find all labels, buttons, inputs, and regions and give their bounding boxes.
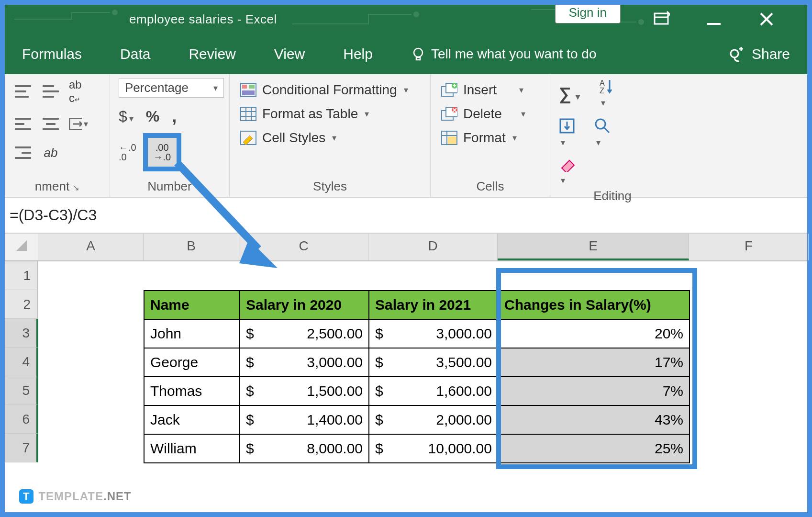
ribbon-display-options-button[interactable] [640,5,683,34]
row-header-1[interactable]: 1 [5,261,38,290]
merge-center-button[interactable]: ▾ [69,114,88,134]
header-changes[interactable]: Changes in Salary(%) [498,291,690,319]
row-header-4[interactable]: 4 [5,348,38,376]
svg-point-0 [112,10,117,15]
cell-styles-label: Cell Styles [262,130,325,146]
header-salary-2021[interactable]: Salary in 2021 [369,291,498,319]
comma-format-button[interactable]: , [172,106,177,126]
minimize-button[interactable] [692,5,735,34]
decrease-decimal-button[interactable]: .00→.0 [143,133,181,171]
share-button[interactable]: Share [729,46,790,62]
sort-filter-button[interactable]: AZ▾ [599,78,615,109]
watermark-logo: T [19,489,33,504]
cell-change-pct[interactable]: 43% [498,405,690,434]
minimize-icon [705,11,723,28]
cell-change-pct[interactable]: 7% [498,377,690,405]
tab-view[interactable]: View [274,46,305,62]
tab-review[interactable]: Review [189,46,235,62]
cell-salary-2020[interactable]: $3,000.00 [240,348,369,377]
row-header-3[interactable]: 3 [5,319,38,348]
align-center-button[interactable] [41,114,60,134]
cell-salary-2021[interactable]: $10,000.00 [369,434,498,463]
alignment-group: abc↵ ▾ ab nment↘ [5,74,110,197]
cell-salary-2021[interactable]: $3,000.00 [369,319,498,348]
clear-button[interactable]: ▾ [559,157,577,187]
salary-table[interactable]: Name Salary in 2020 Salary in 2021 Chang… [144,290,690,463]
format-as-table-icon [239,105,257,123]
tell-me-label: Tell me what you want to do [431,46,597,62]
align-right-button[interactable] [13,143,33,162]
fill-button[interactable]: ▾ [559,118,575,149]
number-format-dropdown[interactable]: Percentage ▾ [119,78,224,98]
eraser-icon [559,157,577,172]
cell-salary-2020[interactable]: $2,500.00 [240,319,369,348]
orientation-button[interactable]: ab [41,143,60,162]
cell-salary-2021[interactable]: $1,600.00 [369,377,498,405]
chevron-down-icon: ▾ [213,83,218,93]
close-button[interactable] [745,5,788,34]
select-all-triangle[interactable] [5,234,38,260]
cell-salary-2020[interactable]: $1,500.00 [240,377,369,405]
tab-data[interactable]: Data [120,46,150,62]
delete-cells-button[interactable]: Delete ▾ [439,102,541,126]
cell-name[interactable]: Thomas [144,377,240,405]
cell-salary-2020[interactable]: $8,000.00 [240,434,369,463]
align-middle-icon [43,85,59,98]
align-top-button[interactable] [13,82,33,101]
format-cells-button[interactable]: Format▾ [439,126,541,150]
header-salary-2020[interactable]: Salary in 2020 [240,291,369,319]
cell-name[interactable]: Jack [144,405,240,434]
signin-button[interactable]: Sign in [555,5,621,23]
cell-change-pct[interactable]: 20% [498,319,690,348]
svg-point-25 [596,119,605,129]
accounting-format-button[interactable]: $▾ [119,108,133,125]
increase-decimal-button[interactable]: ←.0.0 [119,143,136,162]
cell-change-pct[interactable]: 25% [498,434,690,463]
tab-formulas[interactable]: Formulas [22,46,82,62]
cell-salary-2021[interactable]: $3,500.00 [369,348,498,377]
alignment-dialog-launcher[interactable]: ↘ [72,183,79,192]
delete-label: Delete [463,106,502,122]
cell-name[interactable]: George [144,348,240,377]
cell-styles-button[interactable]: Cell Styles▾ [238,126,422,150]
formula-text: =(D3-C3)/C3 [10,206,97,224]
col-header-E[interactable]: E [498,234,689,260]
col-header-C[interactable]: C [239,234,368,260]
formula-bar[interactable]: =(D3-C3)/C3 [5,198,807,234]
row-header-2[interactable]: 2 [5,290,38,319]
insert-label: Insert [463,82,497,98]
svg-rect-10 [249,85,255,89]
styles-label: Styles [313,179,347,193]
cell-change-pct[interactable]: 17% [498,348,690,377]
col-header-B[interactable]: B [144,234,239,260]
styles-group: Conditional Formatting▾ Format as Table▾… [230,74,431,197]
cell-name[interactable]: John [144,319,240,348]
tab-help[interactable]: Help [343,46,373,62]
format-cells-icon [440,129,458,147]
row-header-5[interactable]: 5 [5,376,38,405]
autosum-button[interactable]: ∑ ▾ [559,84,580,104]
conditional-formatting-button[interactable]: Conditional Formatting▾ [238,78,422,102]
insert-cells-button[interactable]: Insert ▾ [439,78,541,102]
cell-salary-2020[interactable]: $1,400.00 [240,405,369,434]
find-select-button[interactable]: ▾ [594,118,611,149]
col-header-F[interactable]: F [689,234,809,260]
cell-salary-2021[interactable]: $2,000.00 [369,405,498,434]
row-header-7[interactable]: 7 [5,434,38,462]
row-header-6[interactable]: 6 [5,405,38,434]
percent-format-button[interactable]: % [146,108,159,125]
dollar-icon: $ [119,108,127,125]
cell-name[interactable]: William [144,434,240,463]
tell-me-search[interactable]: Tell me what you want to do [411,46,597,62]
align-left-button[interactable] [13,114,33,134]
align-left-icon [15,118,31,130]
magnifier-icon [594,118,611,134]
format-as-table-button[interactable]: Format as Table▾ [238,102,422,126]
wrap-text-button[interactable]: abc↵ [69,78,82,105]
table-row: Thomas $1,500.00 $1,600.00 7% [144,377,690,405]
col-header-D[interactable]: D [368,234,498,260]
align-middle-button[interactable] [41,82,60,101]
col-header-A[interactable]: A [38,234,144,260]
cells-group: Insert ▾ Delete ▾ Format▾ Cells [431,74,550,197]
header-name[interactable]: Name [144,291,240,319]
